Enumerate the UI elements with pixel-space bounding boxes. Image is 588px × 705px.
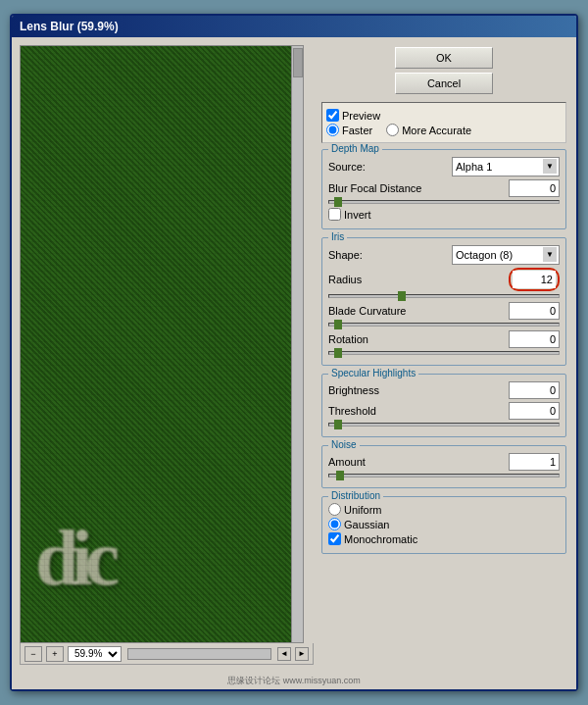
nav-left-button[interactable]: ◄	[277, 647, 291, 661]
radius-row: Radius	[328, 268, 560, 291]
window-content: dic − + 59.9% ◄ ►	[12, 37, 576, 673]
faster-label: Faster	[342, 125, 372, 136]
blade-curvature-thumb[interactable]	[334, 320, 342, 329]
monochromatic-checkbox-label[interactable]: Monochromatic	[328, 532, 417, 545]
iris-group: Iris Shape: Octagon (8) Radius	[321, 237, 566, 366]
distribution-title: Distribution	[328, 490, 383, 501]
invert-checkbox-label[interactable]: Invert	[328, 208, 371, 221]
brightness-label: Brightness	[328, 384, 379, 396]
fabric-background: dic	[21, 46, 303, 642]
watermark: 思缘设计论坛 www.missyuan.com	[12, 673, 576, 689]
preview-toolbar: − + 59.9% ◄ ►	[20, 643, 314, 665]
rotation-slider[interactable]	[328, 351, 560, 355]
radius-slider[interactable]	[328, 294, 560, 298]
shape-label: Shape:	[328, 249, 363, 261]
source-dropdown-wrapper: Alpha 1	[452, 157, 560, 176]
distribution-group: Distribution Uniform Gaussian	[321, 496, 566, 554]
rotation-input[interactable]	[509, 330, 560, 348]
cancel-button[interactable]: Cancel	[395, 73, 493, 94]
preview-section: Preview Faster More Accurate	[321, 102, 566, 143]
gaussian-radio-label[interactable]: Gaussian	[328, 518, 389, 530]
noise-title: Noise	[328, 439, 360, 450]
invert-checkbox[interactable]	[328, 208, 341, 221]
amount-thumb[interactable]	[336, 471, 344, 480]
threshold-input[interactable]	[509, 402, 560, 420]
threshold-label: Threshold	[328, 405, 376, 417]
amount-input[interactable]	[509, 453, 560, 471]
action-buttons: OK Cancel	[321, 47, 566, 94]
noise-group: Noise Amount	[321, 445, 566, 488]
preview-panel: dic − + 59.9% ◄ ►	[20, 45, 314, 665]
rotation-label: Rotation	[328, 333, 368, 345]
amount-slider[interactable]	[328, 474, 560, 478]
title-bar: Lens Blur (59.9%)	[12, 16, 576, 37]
controls-panel: OK Cancel Preview Faster	[319, 45, 568, 665]
gaussian-row: Gaussian	[328, 518, 560, 530]
amount-row: Amount	[328, 453, 560, 471]
blade-curvature-row: Blade Curvature	[328, 302, 560, 320]
gaussian-label: Gaussian	[344, 519, 389, 530]
blur-focal-slider[interactable]	[328, 200, 560, 204]
zoom-in-button[interactable]: +	[46, 646, 64, 662]
source-row: Source: Alpha 1	[328, 157, 560, 176]
blur-focal-label: Blur Focal Distance	[328, 182, 421, 194]
gaussian-radio[interactable]	[328, 518, 341, 530]
shape-dropdown[interactable]: Octagon (8)	[452, 245, 560, 265]
blade-curvature-input[interactable]	[509, 302, 560, 320]
blur-focal-thumb[interactable]	[334, 197, 342, 207]
preview-checkbox[interactable]	[326, 109, 339, 122]
uniform-row: Uniform	[328, 503, 560, 516]
monochromatic-label: Monochromatic	[344, 533, 417, 545]
quality-row: Faster More Accurate	[326, 124, 562, 136]
more-accurate-radio[interactable]	[386, 124, 399, 136]
preview-scrollbar-horizontal[interactable]	[127, 648, 271, 660]
invert-row: Invert	[328, 208, 560, 221]
specular-highlights-title: Specular Highlights	[328, 368, 418, 378]
window-title: Lens Blur (59.9%)	[20, 20, 119, 33]
threshold-slider[interactable]	[328, 423, 560, 427]
preview-row: Preview	[326, 109, 562, 122]
blur-focal-row: Blur Focal Distance	[328, 179, 560, 197]
amount-label: Amount	[328, 456, 366, 468]
preview-scrollbar-vertical[interactable]	[291, 46, 303, 642]
blade-curvature-slider[interactable]	[328, 323, 560, 327]
invert-label: Invert	[344, 209, 371, 221]
preview-checkbox-label[interactable]: Preview	[326, 109, 380, 122]
radius-thumb[interactable]	[398, 291, 406, 301]
main-window: Lens Blur (59.9%) dic − +	[10, 14, 578, 691]
specular-highlights-group: Specular Highlights Brightness Threshold	[321, 374, 566, 437]
radius-input[interactable]	[513, 271, 556, 288]
scrollbar-thumb[interactable]	[293, 48, 303, 77]
rotation-thumb[interactable]	[334, 348, 342, 358]
monochromatic-row: Monochromatic	[328, 532, 560, 545]
shape-row: Shape: Octagon (8)	[328, 245, 560, 265]
nav-right-button[interactable]: ►	[295, 647, 309, 661]
preview-image: dic	[20, 45, 304, 643]
blade-curvature-label: Blade Curvature	[328, 305, 407, 317]
faster-radio-label[interactable]: Faster	[326, 124, 372, 136]
blur-focal-input[interactable]	[509, 179, 560, 197]
uniform-radio[interactable]	[328, 503, 341, 516]
monochromatic-checkbox[interactable]	[328, 532, 341, 545]
preview-label: Preview	[342, 110, 380, 122]
depth-map-title: Depth Map	[328, 143, 382, 154]
zoom-dropdown[interactable]: 59.9%	[68, 646, 122, 662]
source-label: Source:	[328, 161, 366, 173]
threshold-row: Threshold	[328, 402, 560, 420]
radius-input-highlighted	[509, 268, 560, 291]
more-accurate-radio-label[interactable]: More Accurate	[386, 124, 471, 136]
zoom-out-button[interactable]: −	[24, 646, 42, 662]
shape-dropdown-wrapper: Octagon (8)	[452, 245, 560, 265]
radius-label: Radius	[328, 274, 362, 285]
brightness-row: Brightness	[328, 381, 560, 399]
depth-map-group: Depth Map Source: Alpha 1 Blur Focal Dis…	[321, 149, 566, 229]
source-dropdown[interactable]: Alpha 1	[452, 157, 560, 176]
uniform-radio-label[interactable]: Uniform	[328, 503, 382, 516]
more-accurate-label: More Accurate	[402, 125, 471, 136]
threshold-thumb[interactable]	[334, 420, 342, 429]
ok-button[interactable]: OK	[395, 47, 493, 69]
brightness-input[interactable]	[509, 381, 560, 399]
faster-radio[interactable]	[326, 124, 339, 136]
uniform-label: Uniform	[344, 504, 382, 516]
iris-title: Iris	[328, 231, 347, 242]
